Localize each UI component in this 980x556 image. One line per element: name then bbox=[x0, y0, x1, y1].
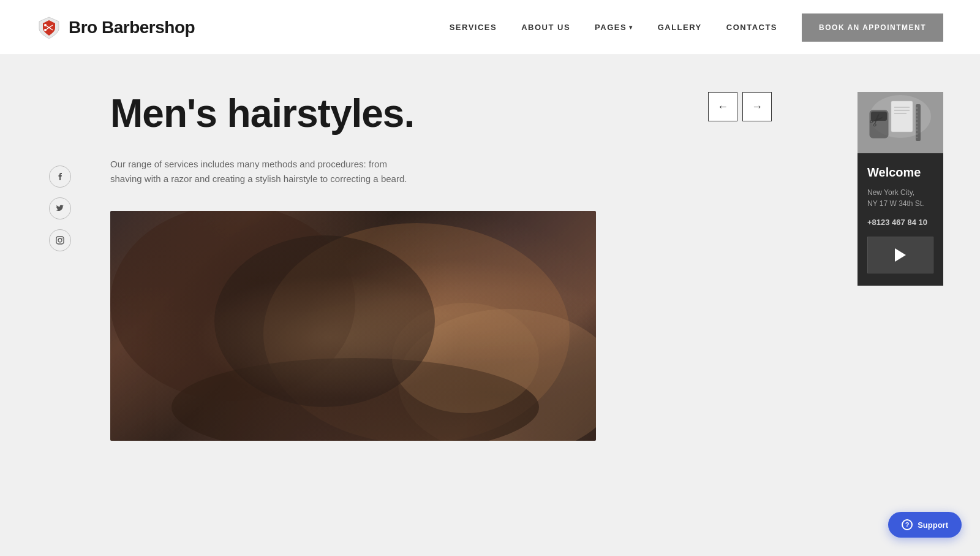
sidebar-content: Welcome New York City, NY 17 W 34th St. … bbox=[858, 153, 943, 286]
svg-point-12 bbox=[214, 235, 435, 407]
nav-services[interactable]: SERVICES bbox=[450, 23, 497, 32]
hero-title: Men's hairstyles. bbox=[110, 92, 708, 135]
welcome-phone: +8123 467 84 10 bbox=[867, 218, 933, 227]
sidebar-image bbox=[858, 92, 943, 153]
support-label: Support bbox=[918, 520, 948, 530]
support-button[interactable]: ? Support bbox=[888, 512, 962, 538]
svg-rect-21 bbox=[916, 104, 921, 141]
instagram-icon bbox=[56, 236, 64, 245]
hero-image-placeholder bbox=[110, 211, 596, 441]
main-nav: SERVICES ABOUT US PAGES ▾ GALLERY CONTAC… bbox=[450, 13, 943, 42]
hero-scene-svg bbox=[110, 211, 596, 441]
facebook-button[interactable] bbox=[49, 166, 71, 188]
welcome-title: Welcome bbox=[867, 166, 933, 180]
play-video-button[interactable] bbox=[867, 237, 933, 273]
next-arrow-button[interactable]: → bbox=[742, 92, 772, 121]
welcome-address: New York City, NY 17 W 34th St. bbox=[867, 187, 933, 209]
sidebar-tools-svg bbox=[858, 92, 943, 153]
arrow-right-icon: → bbox=[752, 101, 763, 113]
book-appointment-button[interactable]: BOOK AN APPOINTMENT bbox=[802, 13, 943, 42]
support-icon: ? bbox=[902, 519, 913, 530]
prev-arrow-button[interactable]: ← bbox=[708, 92, 737, 121]
content-wrapper: Men's hairstyles. Our range of services … bbox=[110, 92, 943, 519]
logo-text: Bro Barbershop bbox=[69, 18, 195, 37]
twitter-button[interactable] bbox=[49, 197, 71, 219]
hero-image bbox=[110, 211, 596, 441]
facebook-icon bbox=[56, 172, 64, 181]
site-header: Bro Barbershop SERVICES ABOUT US PAGES ▾… bbox=[0, 0, 980, 55]
play-icon bbox=[895, 248, 906, 262]
logo-icon bbox=[37, 15, 61, 40]
chevron-down-icon: ▾ bbox=[629, 24, 633, 31]
svg-point-2 bbox=[44, 24, 47, 26]
nav-about-us[interactable]: ABOUT US bbox=[521, 23, 570, 32]
nav-contacts[interactable]: CONTACTS bbox=[726, 23, 777, 32]
carousel-arrows: ← → bbox=[708, 92, 772, 121]
svg-point-6 bbox=[62, 238, 63, 239]
nav-pages[interactable]: PAGES ▾ bbox=[595, 23, 633, 32]
svg-rect-20 bbox=[871, 112, 887, 121]
social-sidebar bbox=[49, 166, 71, 251]
instagram-button[interactable] bbox=[49, 229, 71, 251]
main-content: Men's hairstyles. Our range of services … bbox=[0, 55, 980, 556]
title-block: Men's hairstyles. Our range of services … bbox=[110, 92, 708, 211]
twitter-icon bbox=[56, 204, 64, 213]
title-and-arrows: Men's hairstyles. Our range of services … bbox=[110, 92, 772, 211]
arrow-left-icon: ← bbox=[717, 101, 728, 113]
svg-rect-4 bbox=[56, 237, 64, 244]
hero-description: Our range of services includes many meth… bbox=[110, 157, 417, 186]
sidebar-card: Welcome New York City, NY 17 W 34th St. … bbox=[858, 92, 943, 286]
nav-gallery[interactable]: GALLERY bbox=[658, 23, 702, 32]
svg-rect-15 bbox=[891, 101, 913, 132]
svg-point-5 bbox=[58, 238, 62, 242]
svg-point-3 bbox=[44, 29, 47, 31]
logo[interactable]: Bro Barbershop bbox=[37, 15, 195, 40]
